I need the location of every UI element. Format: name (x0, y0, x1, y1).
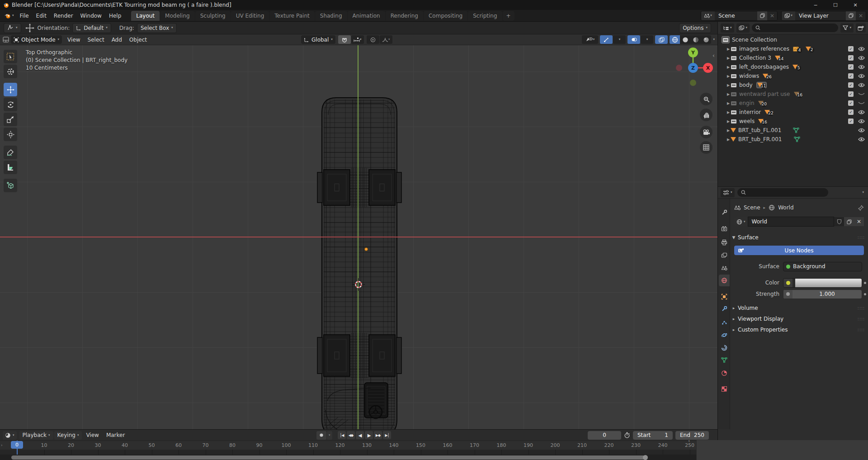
timeline-menu-marker[interactable]: Marker (103, 431, 128, 440)
auto-keying-dropdown[interactable]: ▾ (327, 431, 332, 440)
orthographic-toggle-button[interactable] (700, 141, 712, 154)
transform-tool[interactable] (4, 128, 17, 141)
expand-caret-icon[interactable]: ▶ (726, 83, 731, 87)
preview-range-icon[interactable] (624, 432, 630, 438)
properties-editor[interactable]: ▾ ▾ Scene ▸ World ▾ World (718, 186, 868, 429)
properties-search-input[interactable] (737, 188, 828, 197)
viewport-3d[interactable]: Object Mode ▾ ViewSelectAddObject Global… (0, 34, 717, 429)
outliner-row-brt-tub-fl-001[interactable]: ▶BRT_tub_FL.001 (718, 126, 868, 135)
timeline-channel-strip[interactable] (0, 450, 696, 455)
custom-properties-panel-header[interactable]: ▸Custom Properties:::: (730, 325, 868, 334)
outliner-row-images-references[interactable]: ▶images references42✓ (718, 44, 868, 53)
outliner-row-interrior[interactable]: ▶interrior22✓ (718, 108, 868, 117)
unlink-world-button[interactable]: ✕ (854, 217, 864, 226)
scrollbar-knob[interactable] (643, 455, 648, 460)
surface-value-dropdown[interactable]: Background (783, 262, 862, 271)
properties-tab-object[interactable] (719, 291, 730, 303)
collection-checkbox[interactable]: ✓ (848, 109, 854, 115)
move-tool[interactable] (4, 83, 17, 96)
properties-tab-texture[interactable] (719, 383, 730, 395)
timeline-scrollbar[interactable] (11, 455, 647, 460)
collection-checkbox[interactable]: ✓ (848, 82, 854, 88)
strength-slider[interactable]: 1.000 (783, 289, 862, 299)
expand-caret-icon[interactable]: ▶ (726, 65, 731, 69)
rotate-tool[interactable] (4, 98, 17, 111)
animate-dot-icon[interactable] (864, 293, 866, 295)
outliner-filter-type-dropdown[interactable]: ▾ (736, 24, 750, 33)
collection-checkbox[interactable]: ✓ (848, 91, 854, 97)
proportional-falloff-dropdown[interactable]: ▾ (380, 35, 392, 44)
fake-user-shield-icon[interactable] (834, 217, 844, 226)
workspace-tab-scripting[interactable]: Scripting (468, 11, 502, 21)
new-collection-button[interactable] (856, 24, 866, 33)
current-frame-field[interactable]: 0 (588, 431, 621, 440)
outliner-row-brt-tub-fr-001[interactable]: ▶BRT_tub_FR.001 (718, 135, 868, 144)
expand-caret-icon[interactable]: ▶ (726, 47, 731, 51)
gizmos-dropdown[interactable]: ▾ (613, 35, 626, 44)
color-field-bar[interactable] (795, 279, 862, 287)
collection-checkbox[interactable]: ✓ (848, 46, 854, 52)
maximize-button[interactable]: ☐ (826, 0, 845, 10)
visibility-eye-toggle[interactable] (858, 74, 865, 78)
view-layer-browse-icon[interactable]: ▾ (782, 11, 795, 20)
select-box-tool[interactable] (4, 50, 17, 63)
zoom-view-button[interactable] (700, 93, 712, 105)
surface-panel-header[interactable]: ▼ Surface :::: (730, 233, 868, 242)
pin-icon[interactable] (858, 205, 864, 211)
timeline-menu-keying[interactable]: Keying▾ (54, 431, 82, 440)
properties-tab-world[interactable] (719, 275, 730, 286)
close-button[interactable]: ✕ (845, 0, 865, 10)
shading-rendered-button[interactable] (701, 35, 711, 44)
outliner-row-wentward-part-use[interactable]: ▶wentward part use16✓ (718, 90, 868, 99)
editor-type-icon[interactable] (3, 37, 9, 43)
blender-menu-logo-icon[interactable]: ▾ (2, 13, 16, 19)
delete-scene-button[interactable]: ✕ (767, 11, 777, 20)
properties-options-dropdown[interactable]: ▾ (862, 191, 864, 194)
menu-file[interactable]: File (16, 11, 33, 20)
snap-target-dropdown[interactable]: ▾ (351, 35, 364, 44)
collection-checkbox[interactable]: ✓ (848, 73, 854, 79)
properties-tab-output[interactable] (719, 237, 730, 248)
new-view-layer-button[interactable] (846, 11, 856, 20)
workspace-tab-shading[interactable]: Shading (315, 11, 347, 21)
expand-caret-icon[interactable]: ▶ (726, 110, 731, 114)
annotate-tool[interactable] (4, 146, 17, 159)
next-keyframe-button[interactable]: ▶◆ (374, 431, 382, 439)
outliner-row-scene-collection[interactable]: Scene Collection (718, 35, 868, 44)
scale-tool[interactable] (4, 113, 17, 126)
use-nodes-button[interactable]: Use Nodes (734, 246, 864, 255)
visibility-eye-toggle[interactable] (858, 56, 865, 60)
timeline-ruler[interactable]: › 01020304050607080901001101201301401501… (0, 441, 696, 450)
visibility-eye-toggle[interactable] (858, 92, 865, 96)
properties-tab-render[interactable] (719, 223, 730, 235)
end-frame-field[interactable]: End 250 (675, 431, 709, 440)
proportional-editing-toggle[interactable] (367, 35, 379, 44)
play-button[interactable]: ▶ (365, 431, 373, 439)
breadcrumb-scene[interactable]: Scene (744, 204, 760, 211)
outliner-row-widows[interactable]: ▶widows26✓ (718, 71, 868, 81)
timeline-collapse-arrow[interactable]: ‹ (688, 438, 690, 444)
outliner-row-left-doorsbagages[interactable]: ▶left_doorsbagages5✓ (718, 62, 868, 71)
properties-tab-constraints[interactable] (719, 342, 730, 354)
collection-checkbox[interactable]: ✓ (848, 64, 854, 70)
prev-keyframe-button[interactable]: ◀◆ (347, 431, 355, 439)
jump-to-start-button[interactable]: │◀ (338, 431, 346, 439)
expand-caret-icon[interactable]: ▶ (726, 92, 731, 96)
sidebar-collapse-arrow[interactable]: ‹ (712, 52, 715, 59)
copy-world-button[interactable] (844, 217, 854, 226)
add-workspace-button[interactable]: + (503, 11, 514, 21)
viewport-menu-add[interactable]: Add (108, 37, 126, 43)
visibility-eye-toggle[interactable] (858, 83, 865, 87)
animate-dot-icon[interactable] (864, 282, 866, 284)
menu-help[interactable]: Help (105, 11, 125, 20)
xray-toggle[interactable] (655, 35, 668, 44)
snap-toggle[interactable] (338, 35, 351, 44)
visibility-eye-toggle[interactable] (858, 65, 865, 69)
timeline-menu-view[interactable]: View (83, 431, 102, 440)
collection-checkbox[interactable]: ✓ (848, 55, 854, 61)
options-dropdown[interactable]: Options ▾ (679, 23, 711, 33)
expand-caret-icon[interactable]: ▶ (726, 138, 731, 142)
viewport-menu-view[interactable]: View (64, 37, 84, 43)
breadcrumb-world[interactable]: World (778, 204, 793, 211)
expand-caret-icon[interactable]: ▶ (726, 101, 731, 105)
